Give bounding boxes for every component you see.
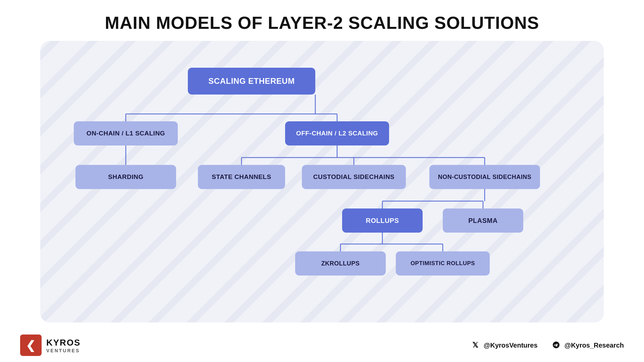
node-noncustodial-sidechains: NON-CUSTODIAL SIDECHAINS [429,165,540,189]
node-rollups: ROLLUPS [342,208,423,233]
twitter-icon: 𝕏 [470,340,480,350]
logo-kyros: KYROS [46,338,80,348]
node-state-channels: STATE CHANNELS [198,165,285,189]
telegram-handle: @Kyros_Research [551,340,624,350]
node-zkrollups: ZKROLLUPS [295,251,386,276]
node-l1-scaling: ON-CHAIN / L1 SCALING [74,121,178,145]
telegram-icon [551,340,561,350]
footer: ❮ KYROS VENTURES 𝕏 @KyrosVentures @Kyros… [0,328,644,362]
logo-chevron-icon: ❮ [26,340,35,351]
node-plasma: PLASMA [443,208,523,233]
logo-box: ❮ [20,335,42,356]
node-sharding: SHARDING [75,165,176,189]
logo-ventures: VENTURES [46,348,80,353]
node-l2-scaling: OFF-CHAIN / L2 SCALING [285,121,389,145]
page-title: MAIN MODELS OF LAYER-2 SCALING SOLUTIONS [0,0,644,41]
logo-area: ❮ KYROS VENTURES [20,335,80,356]
social-area: 𝕏 @KyrosVentures @Kyros_Research [470,340,624,350]
node-optimistic-rollups: OPTIMISTIC ROLLUPS [396,251,490,276]
twitter-handle: 𝕏 @KyrosVentures [470,340,538,350]
diagram-container: SCALING ETHEREUM ON-CHAIN / L1 SCALING O… [40,41,604,322]
node-scaling-ethereum: SCALING ETHEREUM [188,68,315,95]
node-custodial-sidechains: CUSTODIAL SIDECHAINS [302,165,406,189]
